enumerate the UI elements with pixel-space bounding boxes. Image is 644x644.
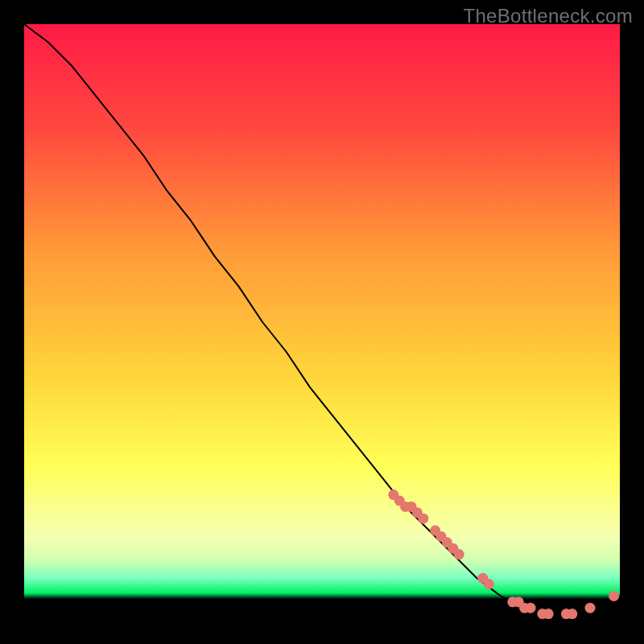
chart-svg — [24, 24, 620, 620]
data-point — [543, 609, 554, 619]
chart-frame: TheBottleneck.com — [0, 0, 644, 644]
data-point — [609, 591, 619, 601]
data-point — [526, 603, 536, 613]
data-point — [484, 579, 494, 589]
data-point — [585, 603, 596, 613]
gradient-background — [24, 24, 620, 620]
data-point — [418, 514, 428, 524]
plot-area — [24, 24, 620, 620]
watermark-text: TheBottleneck.com — [463, 5, 633, 27]
data-point — [567, 609, 577, 619]
data-point — [454, 549, 464, 559]
